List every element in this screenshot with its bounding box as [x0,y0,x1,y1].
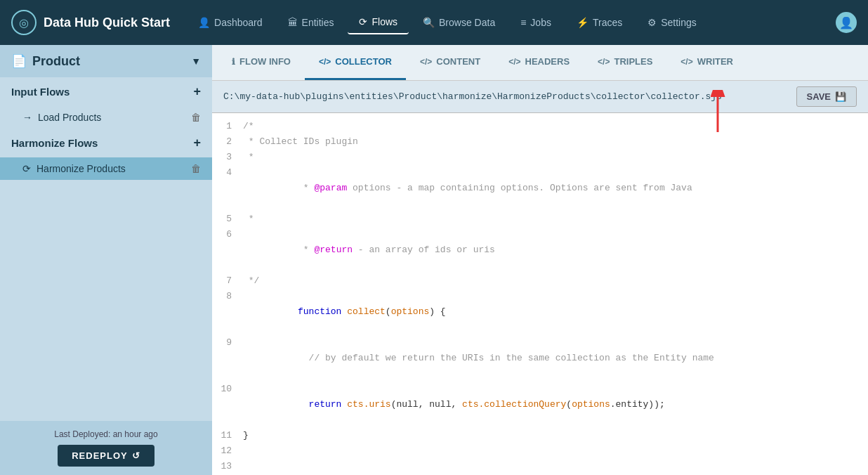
entity-left: 📄 Product [11,53,80,69]
flows-icon: ⟳ [359,16,367,27]
nav-settings-label: Settings [661,17,697,28]
nav-dashboard[interactable]: 👤 Dashboard [187,11,274,34]
line-content-8: function collect(options) { [243,289,868,335]
save-icon: 💾 [835,91,846,102]
dashboard-icon: 👤 [198,17,210,28]
code-line-11: 11 } [212,428,868,443]
code-line-6: 6 * @return - an array of ids or uris [212,227,868,273]
save-label: SAVE [807,91,831,102]
line-num-6: 6 [212,227,243,242]
tabs-bar-wrapper: ℹ FLOW INFO </> COLLECTOR </> CONTENT </… [212,45,868,81]
delete-load-products-icon[interactable]: 🗑 [191,112,201,123]
line-content-11: } [243,428,868,443]
nav-browse-data-label: Browse Data [439,17,495,28]
code-line-4: 4 * @param options - a map containing op… [212,165,868,212]
harmonize-products-icon: ⟳ [22,163,31,174]
line-content-5: * [243,212,868,227]
nav-traces-label: Traces [593,17,622,28]
code-line-13: 13 module.exports = { [212,459,868,475]
tab-content[interactable]: </> CONTENT [406,45,494,80]
add-harmonize-flow-icon[interactable]: + [193,136,201,150]
nav-traces[interactable]: ⚡ Traces [565,11,633,34]
redeploy-button[interactable]: REDEPLOY ↺ [58,445,154,467]
tab-collector[interactable]: </> COLLECTOR [305,45,406,80]
nav-entities-label: Entities [302,17,334,28]
nav-settings[interactable]: ⚙ Settings [636,11,708,34]
tab-triples[interactable]: </> TRIPLES [584,45,666,80]
tab-flow-info[interactable]: ℹ FLOW INFO [218,45,305,80]
sidebar-footer: Last Deployed: an hour ago REDEPLOY ↺ [0,421,212,475]
nav-jobs[interactable]: ≡ Jobs [509,11,563,34]
code-line-2: 2 * Collect IDs plugin [212,134,868,150]
load-products-left: → Load Products [22,112,101,123]
save-button[interactable]: SAVE 💾 [796,86,857,107]
line-content-1: /* [243,119,868,134]
tab-headers[interactable]: </> HEADERS [494,45,584,80]
tab-writer-label: WRITER [697,56,733,67]
code-line-1: 1 /* [212,119,868,134]
nav-browse-data[interactable]: 🔍 Browse Data [412,11,506,34]
line-content-9: // by default we return the URIs in the … [243,335,868,382]
harmonize-flows-label: Harmonize Flows [11,137,98,149]
entities-icon: 🏛 [288,17,298,28]
flow-info-icon: ℹ [232,57,235,67]
load-products-icon: → [22,112,32,123]
tabs-bar: ℹ FLOW INFO </> COLLECTOR </> CONTENT </… [212,45,868,81]
line-num-13: 13 [212,459,243,474]
line-num-11: 11 [212,428,243,443]
nav-flows-label: Flows [371,16,397,27]
nav-entities[interactable]: 🏛 Entities [277,11,346,34]
filepath-text: C:\my-data-hub\plugins\entities\Product\… [223,91,722,102]
delete-harmonize-products-icon[interactable]: 🗑 [191,163,201,174]
code-line-5: 5 * [212,212,868,227]
code-editor[interactable]: 1 /* 2 * Collect IDs plugin 3 * 4 * @par… [212,113,868,475]
input-flows-label: Input Flows [11,86,70,98]
line-num-9: 9 [212,335,243,351]
line-num-10: 10 [212,382,243,397]
line-content-10: return cts.uris(null, null, cts.collecti… [243,382,868,428]
line-num-12: 12 [212,443,243,459]
entity-icon: 📄 [11,53,27,69]
line-num-5: 5 [212,212,243,227]
line-num-8: 8 [212,289,243,304]
last-deployed-text: Last Deployed: an hour ago [11,429,201,439]
harmonize-products-label: Harmonize Products [37,163,126,174]
browse-data-icon: 🔍 [423,17,435,28]
content-icon: </> [420,57,432,67]
nav-flows[interactable]: ⟳ Flows [348,11,409,34]
jobs-icon: ≡ [520,17,526,28]
sidebar-item-load-products[interactable]: → Load Products 🗑 [0,106,212,129]
line-num-4: 4 [212,165,243,181]
main-layout: 📄 Product ▼ Input Flows + → Load Product… [0,45,868,475]
user-avatar[interactable]: 👤 [836,12,857,33]
traces-icon: ⚡ [577,17,588,28]
tab-collector-label: COLLECTOR [335,56,392,67]
nav-right: 👤 [836,12,857,33]
line-num-7: 7 [212,273,243,289]
writer-icon: </> [680,57,692,67]
code-line-8: 8 function collect(options) { [212,289,868,335]
line-num-2: 2 [212,134,243,150]
headers-icon: </> [508,57,520,67]
nav-jobs-label: Jobs [530,17,551,28]
tab-headers-label: HEADERS [525,56,570,67]
entity-label: Product [32,54,80,69]
line-num-3: 3 [212,150,243,165]
settings-icon: ⚙ [647,17,657,28]
tab-content-label: CONTENT [436,56,480,67]
tab-writer[interactable]: </> WRITER [666,45,747,80]
load-products-label: Load Products [38,112,101,123]
sidebar-entity-header[interactable]: 📄 Product ▼ [0,45,212,77]
redeploy-label: REDEPLOY [72,450,128,461]
harmonize-flows-header: Harmonize Flows + [0,129,212,157]
nav-dashboard-label: Dashboard [214,17,263,28]
sidebar-item-harmonize-products[interactable]: ⟳ Harmonize Products 🗑 [0,157,212,180]
line-content-7: */ [243,273,868,289]
harmonize-products-left: ⟳ Harmonize Products [22,163,126,174]
tab-flow-info-label: FLOW INFO [239,56,291,67]
add-input-flow-icon[interactable]: + [193,84,201,99]
tab-triples-label: TRIPLES [614,56,652,67]
code-line-7: 7 */ [212,273,868,289]
sidebar: 📄 Product ▼ Input Flows + → Load Product… [0,45,212,475]
app-title: Data Hub Quick Start [44,15,170,30]
